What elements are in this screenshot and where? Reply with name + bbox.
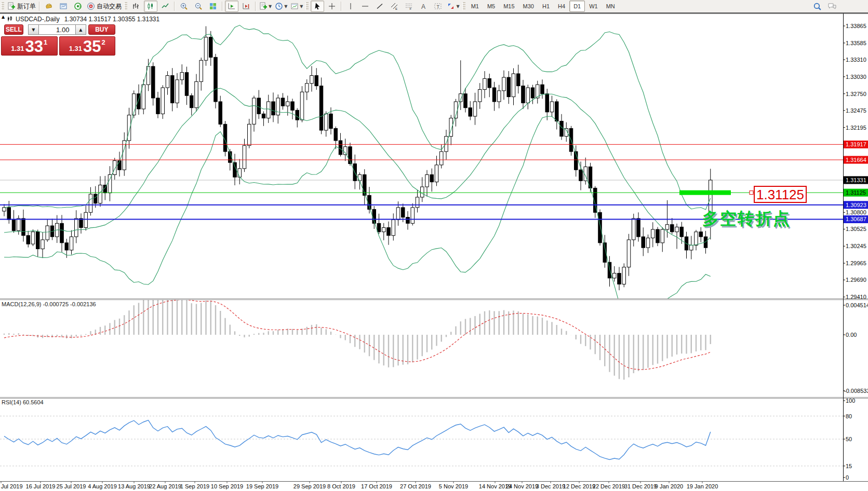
svg-text:E: E bbox=[395, 7, 397, 10]
candle bbox=[325, 114, 328, 130]
text-button[interactable]: A bbox=[417, 1, 430, 12]
cursor-button[interactable] bbox=[311, 1, 324, 12]
symbol-period-label: USDCAD-,Daily bbox=[16, 16, 60, 23]
buy-price-display[interactable]: 1.31352 bbox=[59, 36, 116, 56]
macd-tick-label: 0.00 bbox=[846, 332, 857, 338]
candle bbox=[598, 212, 602, 243]
zoom-in-button[interactable] bbox=[177, 1, 191, 12]
date-label: 17 Oct 2019 bbox=[361, 483, 392, 489]
chart-title-icon bbox=[7, 16, 14, 22]
candle bbox=[243, 145, 246, 169]
date-axis[interactable]: Jul 201916 Jul 201925 Jul 20194 Aug 2019… bbox=[1, 482, 718, 489]
candle bbox=[473, 102, 477, 116]
tab-m1[interactable]: M1 bbox=[467, 1, 483, 12]
new-order-button[interactable]: 新订单 bbox=[6, 1, 37, 12]
candle bbox=[498, 91, 501, 102]
tab-m5[interactable]: M5 bbox=[483, 1, 499, 12]
candle bbox=[17, 219, 21, 230]
toolbar-separator bbox=[174, 2, 175, 11]
tab-w1[interactable]: W1 bbox=[585, 1, 602, 12]
chat-button[interactable] bbox=[825, 1, 839, 12]
fibonacci-button[interactable]: F bbox=[402, 1, 416, 12]
annotation-price-text[interactable]: 1.31125 bbox=[756, 187, 804, 202]
price-axis[interactable]: 1.338651.335851.333101.330301.327501.324… bbox=[843, 23, 868, 481]
volume-increase-button[interactable]: ▲ bbox=[75, 24, 86, 35]
indicators-button[interactable]: ▼ bbox=[258, 1, 273, 12]
candle bbox=[411, 208, 415, 223]
autoscroll-button[interactable] bbox=[225, 1, 238, 12]
data-window-button[interactable] bbox=[57, 1, 70, 12]
candle bbox=[156, 98, 160, 114]
sell-price-display[interactable]: 1.31331 bbox=[1, 36, 58, 56]
candle bbox=[377, 223, 381, 231]
tab-h1[interactable]: H1 bbox=[538, 1, 554, 12]
candle bbox=[257, 98, 261, 114]
autoscroll-icon bbox=[228, 2, 236, 10]
candle bbox=[392, 220, 395, 235]
candle bbox=[94, 194, 98, 203]
crosshair-button[interactable] bbox=[325, 1, 339, 12]
candle bbox=[492, 88, 496, 102]
buy-button[interactable]: BUY bbox=[88, 24, 115, 35]
candle bbox=[675, 227, 679, 231]
candle bbox=[70, 237, 73, 250]
svg-text:T: T bbox=[437, 4, 440, 9]
sell-button[interactable]: SELL bbox=[4, 24, 23, 35]
periods-button[interactable]: ▼ bbox=[274, 1, 288, 12]
candlestick-chart-icon bbox=[146, 2, 155, 10]
volume-input[interactable]: 1.00 bbox=[39, 24, 75, 35]
zoom-in-icon bbox=[180, 2, 188, 10]
market-watch-button[interactable] bbox=[42, 1, 56, 12]
tab-m15[interactable]: M15 bbox=[499, 1, 518, 12]
turning-point-label[interactable]: 多空转折点 bbox=[702, 209, 791, 228]
toolbar-grip bbox=[1, 2, 4, 10]
macd-panel bbox=[4, 295, 711, 380]
text-label-button[interactable]: T bbox=[431, 1, 445, 12]
tab-m30[interactable]: M30 bbox=[519, 1, 538, 12]
date-label: 10 Sep 2019 bbox=[211, 483, 243, 489]
metatrader-window: { "toolbar": { "new_order_label": "新订单",… bbox=[0, 0, 868, 491]
candle bbox=[512, 74, 515, 97]
candle bbox=[276, 98, 280, 115]
trendline-button[interactable] bbox=[373, 1, 386, 12]
horizontal-line-button[interactable] bbox=[358, 1, 372, 12]
vertical-line-button[interactable] bbox=[344, 1, 357, 12]
highlight-bar[interactable] bbox=[679, 190, 731, 195]
annotation-handle[interactable] bbox=[750, 191, 753, 195]
bar-chart-button[interactable] bbox=[129, 1, 143, 12]
svg-text:A: A bbox=[421, 3, 425, 10]
tab-h4[interactable]: H4 bbox=[554, 1, 569, 12]
volume-decrease-button[interactable]: ▼ bbox=[28, 24, 39, 35]
price-tick-label: 1.29965 bbox=[846, 260, 866, 266]
signals-button[interactable] bbox=[71, 1, 85, 12]
line-chart-icon bbox=[161, 2, 169, 10]
candle bbox=[637, 219, 640, 237]
tab-d1[interactable]: D1 bbox=[569, 1, 585, 12]
date-label: 25 Jul 2019 bbox=[57, 483, 86, 489]
candle bbox=[469, 108, 472, 116]
candle bbox=[555, 102, 559, 121]
price-tick-label: 1.30525 bbox=[846, 226, 866, 232]
price-line-label: 1.31125 bbox=[846, 189, 866, 196]
search-button[interactable] bbox=[811, 1, 824, 12]
zoom-out-button[interactable] bbox=[192, 1, 205, 12]
clock-icon bbox=[275, 2, 283, 10]
candle bbox=[642, 237, 645, 248]
autotrading-button[interactable]: 自动交易 bbox=[86, 1, 123, 12]
sell-price-big: 33 bbox=[25, 39, 43, 54]
line-chart-button[interactable] bbox=[158, 1, 172, 12]
candlestick-chart-button[interactable] bbox=[144, 1, 157, 12]
candle bbox=[46, 226, 49, 240]
templates-button[interactable]: ▼ bbox=[289, 1, 304, 12]
chart-canvas[interactable]: 1.31125多空转折点多空转折点1.338651.335851.333101.… bbox=[0, 13, 868, 491]
equidistant-channel-button[interactable]: E bbox=[388, 1, 401, 12]
tab-mn[interactable]: MN bbox=[602, 1, 619, 12]
trade-panel-toggle[interactable]: ▲ bbox=[2, 15, 5, 19]
chart-shift-button[interactable] bbox=[239, 1, 253, 12]
tile-windows-icon bbox=[209, 2, 217, 10]
tile-windows-button[interactable] bbox=[206, 1, 220, 12]
arrows-button[interactable]: ▼ bbox=[446, 1, 460, 12]
current-price-label: 1.31331 bbox=[846, 177, 866, 183]
signal-icon bbox=[74, 2, 82, 10]
candle bbox=[315, 76, 318, 86]
